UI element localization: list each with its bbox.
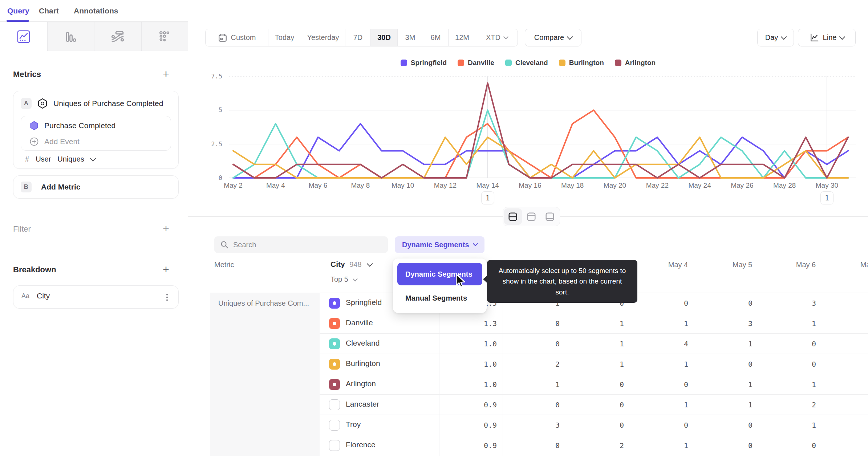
segment-day-value: 1 (792, 421, 836, 429)
x-tick-label: May 12 (423, 182, 467, 190)
tab-query[interactable]: Query (7, 0, 29, 22)
segment-name: Burlington (346, 359, 380, 368)
segment-day-value: 0 (600, 400, 644, 409)
layout-chart-only-button[interactable] (523, 208, 540, 225)
segment-day-value: 1 (600, 360, 644, 369)
metric-b-badge: B (21, 182, 32, 192)
metric-a-badge: A (21, 98, 32, 109)
table-row-arlington: Arlington1.010011 (320, 374, 868, 394)
tab-chart[interactable]: Chart (39, 0, 59, 22)
metric-cell: Uniques of Purchase Com... (218, 299, 316, 308)
group-count: 948 (349, 260, 361, 268)
segment-checkbox[interactable] (329, 298, 340, 309)
segment-name: Springfield (346, 298, 382, 307)
menu-item-manual-segments[interactable]: Manual Segments (397, 288, 482, 309)
segment-search (214, 236, 388, 253)
metric-b-card[interactable]: B Add Metric (13, 175, 179, 199)
active-tab-underline (7, 20, 29, 22)
property-type-label: Aa (21, 292, 29, 300)
chart-type-bar-tab[interactable] (47, 22, 94, 51)
plus-circle-icon (29, 137, 39, 147)
series-line-arlington (233, 83, 848, 178)
measure-value-dropdown[interactable]: Uniques (57, 155, 84, 163)
segment-checkbox[interactable] (329, 440, 340, 451)
segment-day-value: 1 (729, 380, 772, 389)
breakdown-property-label: City (37, 292, 50, 300)
x-tick-label: May 18 (551, 182, 594, 190)
chevron-down-icon (90, 155, 96, 161)
measure-entity[interactable]: User (36, 155, 51, 163)
annotation-badge[interactable]: 1 (481, 191, 494, 204)
search-input[interactable] (233, 241, 371, 249)
segment-checkbox[interactable] (329, 338, 340, 349)
tab-annotations[interactable]: Annotations (74, 0, 118, 22)
segment-name: Troy (346, 420, 361, 429)
series-line-burlington (233, 137, 848, 178)
chart-type-line-tab[interactable] (0, 22, 47, 51)
table-row-florence: Florence0.902100 (320, 435, 868, 455)
segment-day-value: 1 (792, 319, 836, 328)
layout-split-button[interactable] (504, 208, 522, 225)
segment-day-value: 1 (792, 380, 836, 389)
segment-name: Florence (346, 440, 376, 449)
x-tick-label: May 16 (508, 182, 552, 190)
scatter-grid-icon (158, 30, 172, 44)
day-column-header: May 6 (784, 261, 828, 269)
metric-column-header: Metric (214, 261, 234, 269)
segment-day-value: 0 (536, 441, 579, 450)
segment-checkbox[interactable] (329, 379, 340, 390)
x-tick-label: May 28 (763, 182, 806, 190)
segment-average: 1.3 (439, 319, 497, 328)
segment-average: 1.0 (439, 360, 497, 369)
metric-a-title[interactable]: Uniques of Purchase Completed (53, 99, 163, 108)
day-column-header: May 7 (848, 261, 868, 269)
table-row-cleveland: Cleveland1.001410 (320, 333, 868, 354)
search-icon (220, 240, 229, 249)
segment-checkbox[interactable] (329, 359, 340, 370)
panel-layout-toggle (503, 207, 560, 226)
segment-day-value: 0 (600, 421, 644, 429)
menu-item-dynamic-segments[interactable]: Dynamic Segments (397, 263, 482, 285)
chevron-down-icon (353, 276, 358, 281)
chart-type-matrix-tab[interactable] (141, 22, 188, 51)
annotation-badge[interactable]: 1 (820, 191, 833, 204)
x-tick-label: May 8 (338, 182, 382, 190)
chart-type-flow-tab[interactable] (94, 22, 141, 51)
metric-a-card: A Uniques of Purchase Completed Purchase… (13, 91, 179, 169)
x-tick-label: May 24 (678, 182, 722, 190)
kebab-menu-icon[interactable] (162, 293, 172, 302)
add-event-button[interactable]: Add Event (44, 137, 80, 146)
segment-day-value: 0 (600, 380, 644, 389)
segment-day-value: 3 (792, 299, 836, 308)
add-filter-plus-icon[interactable]: + (161, 224, 171, 235)
layout-table-only-button[interactable] (541, 208, 559, 225)
chart-type-strip (0, 22, 188, 51)
segment-average: 1.0 (439, 339, 497, 348)
segment-day-value: 2 (600, 441, 644, 450)
add-breakdown-plus-icon[interactable]: + (161, 264, 171, 275)
event-hexagon-icon (29, 121, 39, 131)
top-n-filter[interactable]: Top 5 (330, 275, 357, 284)
group-column-header[interactable]: City 948 (330, 260, 372, 269)
segment-mode-dropdown[interactable]: Dynamic Segments (395, 236, 484, 253)
segment-day-value: 0 (664, 380, 708, 389)
segment-checkbox[interactable] (329, 399, 340, 410)
chevron-down-icon (472, 241, 478, 246)
add-metric-button[interactable]: Add Metric (41, 183, 81, 191)
x-tick-label: May 2 (211, 182, 255, 190)
add-metric-plus-icon[interactable]: + (161, 69, 171, 80)
filter-section-title: Filter (13, 224, 31, 234)
event-name[interactable]: Purchase Completed (44, 121, 115, 130)
segment-day-value: 1 (664, 441, 708, 450)
segment-day-value: 0 (536, 400, 579, 409)
x-tick-label: May 4 (254, 182, 297, 190)
table-row-lancaster: Lancaster0.900112 (320, 394, 868, 415)
segment-day-value: 4 (664, 339, 708, 348)
breakdown-city-card[interactable]: Aa City (13, 285, 179, 309)
segment-checkbox[interactable] (329, 420, 340, 431)
metric-column-background: Uniques of Purchase Com... (210, 293, 320, 456)
segment-checkbox[interactable] (329, 318, 340, 329)
x-tick-label: May 20 (593, 182, 637, 190)
segment-day-value: 0 (792, 441, 836, 450)
segment-average: 0.9 (439, 400, 497, 409)
